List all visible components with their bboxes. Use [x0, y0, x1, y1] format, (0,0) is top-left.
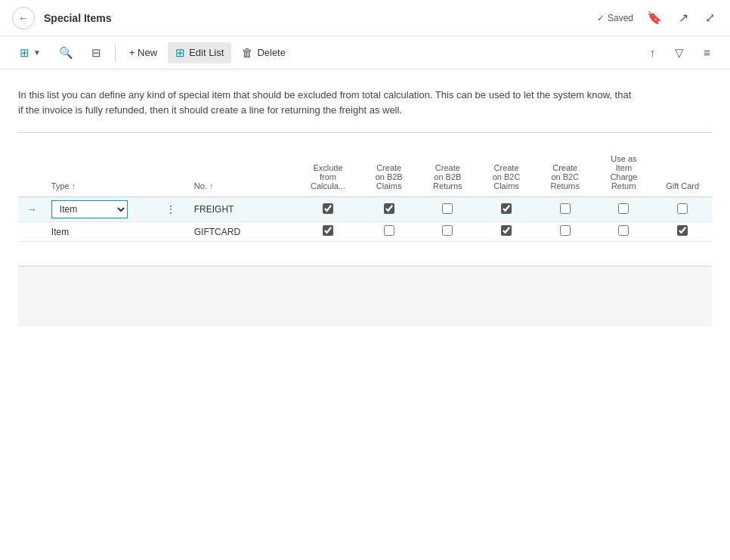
col-b2c-returns: Createon B2CReturns	[536, 151, 595, 197]
empty-row	[18, 242, 712, 266]
row-type-cell-2: Item	[45, 222, 153, 242]
bookmark-button[interactable]: 🔖	[644, 8, 665, 28]
row-menu-button-1[interactable]: ⋮	[162, 202, 179, 217]
b2c-returns-checkbox-1[interactable]	[560, 203, 571, 214]
col-type-label: Type	[51, 181, 72, 190]
type-dropdown-1[interactable]: Item G/L Account Fixed Asset	[51, 200, 128, 218]
row-b2b-claims-cell-2[interactable]	[360, 222, 419, 242]
layout-icon: ⊟	[91, 46, 101, 60]
b2b-returns-checkbox-2[interactable]	[442, 225, 453, 236]
expand-button[interactable]: ⤢	[702, 8, 718, 28]
row-selector-1: →	[18, 197, 45, 222]
exclude-checkbox-1[interactable]	[323, 203, 333, 214]
layout-button[interactable]: ⊟	[84, 42, 109, 63]
table-row: Item GIFTCARD	[18, 222, 712, 242]
col-no-label: No.	[194, 181, 209, 190]
saved-indicator: ✓ Saved	[597, 13, 633, 23]
row-selector-2	[18, 222, 45, 242]
row-charge-return-cell-1[interactable]	[595, 197, 654, 222]
row-gift-card-cell-1[interactable]	[653, 197, 712, 222]
toolbar-right: ↑ ▽ ≡	[642, 42, 718, 63]
bookmark-icon: 🔖	[647, 11, 662, 25]
more-menu-button[interactable]: ≡	[696, 42, 718, 63]
row-b2b-returns-cell-2[interactable]	[419, 222, 478, 242]
special-items-table: Type ↑ No. ↑ ExcludefromCalcula... Creat…	[18, 151, 712, 326]
row-b2c-returns-cell-2[interactable]	[536, 222, 595, 242]
charge-return-checkbox-2[interactable]	[618, 225, 629, 236]
b2b-claims-checkbox-2[interactable]	[384, 225, 394, 236]
row-exclude-cell-1[interactable]	[296, 197, 360, 222]
col-no: No. ↑	[188, 151, 296, 197]
empty-b2c-returns	[536, 242, 595, 266]
saved-label: Saved	[608, 13, 633, 23]
empty-type	[45, 242, 153, 266]
col-b2c-claims: Createon B2CClaims	[477, 151, 536, 197]
no-sort-arrow: ↑	[209, 182, 213, 190]
export-button[interactable]: ↑	[642, 42, 663, 63]
gift-card-checkbox-1[interactable]	[677, 203, 688, 214]
row-gift-card-cell-2[interactable]	[653, 222, 712, 242]
delete-label: Delete	[257, 47, 286, 58]
row-type-cell-1[interactable]: Item G/L Account Fixed Asset	[45, 197, 153, 222]
col-selector	[18, 151, 45, 197]
description-text: In this list you can define any kind of …	[18, 88, 638, 117]
row-no-cell-2: GIFTCARD	[188, 222, 296, 242]
col-exclude: ExcludefromCalcula...	[296, 151, 360, 197]
empty-menu	[153, 242, 187, 266]
more-menu-icon: ≡	[704, 46, 710, 59]
col-b2b-returns: Createon B2BReturns	[419, 151, 478, 197]
share-button[interactable]: ↗	[676, 8, 691, 28]
check-icon: ✓	[597, 13, 605, 23]
col-charge-return: Use asItemChargeReturn	[595, 151, 654, 197]
share-icon: ↗	[679, 11, 688, 25]
view-dropdown-arrow: ▼	[33, 48, 41, 57]
empty-no	[188, 242, 296, 266]
empty-b2b-returns	[419, 242, 478, 266]
row-charge-return-cell-2[interactable]	[595, 222, 654, 242]
filter-button[interactable]: ▽	[667, 42, 691, 63]
back-icon: ←	[18, 12, 29, 24]
type-sort-arrow: ↑	[72, 182, 76, 190]
filter-icon: ▽	[675, 46, 684, 60]
table-footer	[18, 266, 712, 326]
b2c-claims-checkbox-1[interactable]	[501, 203, 512, 214]
row-menu-cell-1[interactable]: ⋮	[153, 197, 187, 222]
toolbar-separator-1	[115, 44, 116, 62]
gift-card-checkbox-2[interactable]	[677, 225, 688, 236]
edit-list-button[interactable]: ⊞ Edit List	[168, 42, 231, 63]
col-gift-card: Gift Card	[653, 151, 712, 197]
empty-gift-card	[653, 242, 712, 266]
items-table: Type ↑ No. ↑ ExcludefromCalcula... Creat…	[18, 151, 712, 266]
table-header-row: Type ↑ No. ↑ ExcludefromCalcula... Creat…	[18, 151, 712, 197]
edit-list-label: Edit List	[189, 47, 224, 58]
new-label: + New	[129, 47, 157, 58]
page-content: In this list you can define any kind of …	[0, 70, 730, 326]
search-button[interactable]: 🔍	[51, 42, 81, 63]
toolbar: ⊞ ▼ 🔍 ⊟ + New ⊞ Edit List 🗑 Delete ↑ ▽ ≡	[0, 36, 730, 70]
col-b2b-claims: Createon B2BClaims	[360, 151, 419, 197]
row-exclude-cell-2[interactable]	[296, 222, 360, 242]
row-b2c-returns-cell-1[interactable]	[536, 197, 595, 222]
exclude-checkbox-2[interactable]	[323, 225, 333, 236]
empty-b2b-claims	[360, 242, 419, 266]
b2b-claims-checkbox-1[interactable]	[384, 203, 394, 214]
row-b2c-claims-cell-2[interactable]	[477, 222, 536, 242]
delete-icon: 🗑	[242, 46, 253, 59]
b2c-returns-checkbox-2[interactable]	[560, 225, 571, 236]
empty-selector	[18, 242, 45, 266]
export-icon: ↑	[650, 46, 656, 59]
row-b2b-returns-cell-1[interactable]	[419, 197, 478, 222]
row-b2c-claims-cell-1[interactable]	[477, 197, 536, 222]
row-menu-cell-2	[153, 222, 187, 242]
back-button[interactable]: ←	[12, 7, 35, 29]
b2b-returns-checkbox-1[interactable]	[442, 203, 453, 214]
empty-exclude	[296, 242, 360, 266]
delete-button[interactable]: 🗑 Delete	[234, 42, 293, 63]
view-dropdown-button[interactable]: ⊞ ▼	[12, 42, 48, 63]
page-header: ← Special Items ✓ Saved 🔖 ↗ ⤢	[0, 0, 730, 36]
row-b2b-claims-cell-1[interactable]	[360, 197, 419, 222]
charge-return-checkbox-1[interactable]	[618, 203, 629, 214]
view-icon: ⊞	[20, 46, 29, 60]
b2c-claims-checkbox-2[interactable]	[501, 225, 512, 236]
new-button[interactable]: + New	[122, 43, 165, 62]
